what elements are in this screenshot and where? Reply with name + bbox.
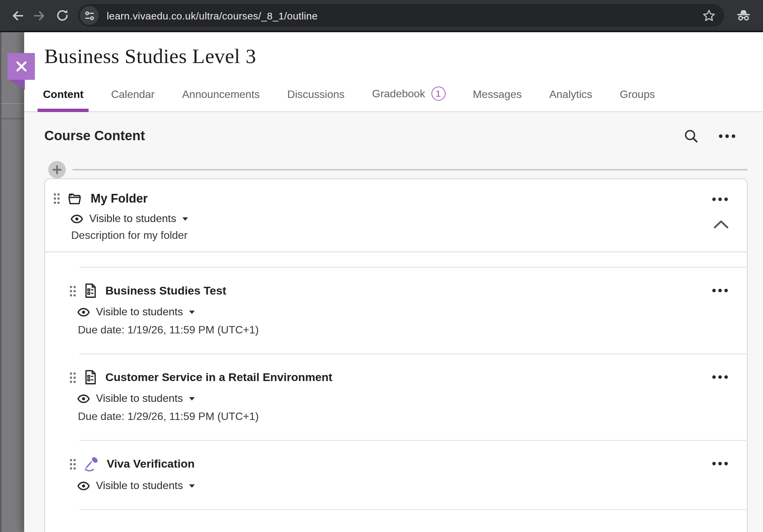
folder-children-list: Business Studies Test Visible to student… bbox=[69, 252, 747, 510]
content-item-customer-service[interactable]: Customer Service in a Retail Environment… bbox=[69, 354, 747, 440]
tab-content[interactable]: Content bbox=[38, 89, 89, 112]
drag-handle-icon[interactable] bbox=[69, 285, 77, 297]
add-content-row bbox=[44, 161, 748, 178]
strip-edge bbox=[0, 32, 1, 532]
tab-analytics[interactable]: Analytics bbox=[544, 89, 598, 112]
item-visibility-label: Visible to students bbox=[96, 480, 183, 492]
add-content-divider bbox=[72, 169, 748, 170]
folder-visibility-dropdown[interactable]: Visible to students bbox=[70, 213, 666, 225]
plus-icon bbox=[52, 165, 62, 174]
folder-card: My Folder Visible to students Descriptio… bbox=[44, 178, 748, 532]
item-due-date: Due date: 1/29/26, 11:59 PM (UTC+1) bbox=[78, 411, 747, 423]
more-options-icon bbox=[712, 288, 728, 292]
item-title[interactable]: Customer Service in a Retail Environment bbox=[105, 371, 332, 384]
drag-handle-icon[interactable] bbox=[69, 458, 77, 470]
content-item-business-studies-test[interactable]: Business Studies Test Visible to student… bbox=[69, 267, 747, 354]
item-visibility-dropdown[interactable]: Visible to students bbox=[77, 480, 747, 492]
course-tab-bar: Content Calendar Announcements Discussio… bbox=[24, 81, 763, 112]
strip-divider bbox=[1, 118, 24, 119]
item-more-options-button[interactable] bbox=[712, 456, 728, 468]
item-visibility-dropdown[interactable]: Visible to students bbox=[77, 306, 747, 318]
tab-discussions[interactable]: Discussions bbox=[282, 89, 350, 112]
folder-title[interactable]: My Folder bbox=[91, 192, 148, 206]
browser-toolbar: learn.vivaedu.co.uk/ultra/courses/_8_1/o… bbox=[0, 0, 763, 32]
test-document-icon bbox=[83, 282, 99, 299]
folder-header[interactable]: My Folder Visible to students Descriptio… bbox=[45, 179, 747, 252]
item-more-options-button[interactable] bbox=[712, 370, 728, 382]
folder-visibility-label: Visible to students bbox=[89, 213, 176, 225]
item-title[interactable]: Business Studies Test bbox=[105, 284, 226, 298]
microphone-icon bbox=[83, 456, 100, 473]
chevron-down-icon bbox=[188, 310, 195, 314]
incognito-indicator bbox=[732, 4, 755, 27]
add-content-button[interactable] bbox=[48, 161, 66, 178]
chevron-down-icon bbox=[188, 396, 195, 401]
chevron-up-icon bbox=[713, 220, 729, 229]
back-icon bbox=[10, 8, 24, 22]
tab-gradebook[interactable]: Gradebook 1 bbox=[367, 87, 451, 112]
background-page-strip bbox=[0, 32, 24, 532]
folder-icon bbox=[67, 191, 84, 207]
panel-header: Business Studies Level 3 bbox=[24, 32, 763, 81]
folder-description: Description for my folder bbox=[71, 229, 666, 242]
visibility-eye-icon bbox=[70, 214, 83, 224]
content-header: Course Content bbox=[44, 128, 748, 144]
item-visibility-label: Visible to students bbox=[96, 392, 183, 405]
course-panel: Business Studies Level 3 Content Calenda… bbox=[24, 32, 763, 532]
forward-button[interactable] bbox=[28, 4, 51, 27]
reload-button[interactable] bbox=[51, 4, 74, 27]
url-text[interactable]: learn.vivaedu.co.uk/ultra/courses/_8_1/o… bbox=[107, 10, 697, 21]
item-title[interactable]: Viva Verification bbox=[107, 458, 195, 471]
tab-announcements[interactable]: Announcements bbox=[177, 89, 265, 112]
screen: learn.vivaedu.co.uk/ultra/courses/_8_1/o… bbox=[0, 0, 763, 532]
visibility-eye-icon bbox=[77, 393, 90, 404]
search-icon bbox=[684, 128, 699, 143]
tune-icon bbox=[84, 10, 94, 20]
close-icon bbox=[14, 60, 28, 73]
forward-icon bbox=[33, 8, 47, 22]
gradebook-count-badge: 1 bbox=[431, 87, 445, 101]
content-more-options-button[interactable] bbox=[719, 134, 735, 138]
reload-icon bbox=[56, 9, 69, 22]
chevron-down-icon bbox=[188, 483, 195, 488]
item-visibility-label: Visible to students bbox=[96, 306, 183, 318]
tab-calendar[interactable]: Calendar bbox=[106, 89, 160, 112]
item-visibility-dropdown[interactable]: Visible to students bbox=[77, 392, 747, 405]
strip-divider bbox=[1, 103, 24, 104]
more-options-icon bbox=[719, 134, 735, 138]
address-bar[interactable]: learn.vivaedu.co.uk/ultra/courses/_8_1/o… bbox=[78, 4, 724, 27]
back-button[interactable] bbox=[5, 4, 28, 27]
tab-groups[interactable]: Groups bbox=[614, 89, 660, 112]
content-title: Course Content bbox=[44, 128, 145, 144]
close-panel-button[interactable] bbox=[7, 53, 35, 80]
content-item-viva-verification[interactable]: Viva Verification Visible to students bbox=[69, 440, 747, 509]
chevron-down-icon bbox=[182, 216, 188, 221]
drag-handle-icon[interactable] bbox=[69, 371, 77, 383]
course-content-area: Course Content bbox=[24, 112, 763, 532]
more-options-icon bbox=[712, 197, 728, 201]
visibility-eye-icon bbox=[77, 307, 90, 317]
tab-messages[interactable]: Messages bbox=[467, 89, 527, 112]
visibility-eye-icon bbox=[77, 481, 90, 491]
bookmark-button[interactable] bbox=[702, 8, 716, 22]
folder-collapse-button[interactable] bbox=[713, 219, 729, 231]
bookmark-star-icon bbox=[702, 8, 716, 22]
item-due-date: Due date: 1/19/26, 11:59 PM (UTC+1) bbox=[78, 324, 747, 336]
item-more-options-button[interactable] bbox=[712, 283, 728, 295]
test-document-icon bbox=[83, 369, 99, 386]
page-title: Business Studies Level 3 bbox=[44, 44, 256, 68]
folder-more-options-button[interactable] bbox=[712, 192, 728, 204]
site-settings-button[interactable] bbox=[80, 6, 99, 25]
drag-handle-icon[interactable] bbox=[53, 193, 60, 205]
more-options-icon bbox=[712, 462, 728, 466]
search-button[interactable] bbox=[684, 128, 699, 143]
incognito-icon bbox=[735, 7, 752, 23]
card-bottom-space bbox=[45, 510, 747, 532]
more-options-icon bbox=[712, 375, 728, 379]
